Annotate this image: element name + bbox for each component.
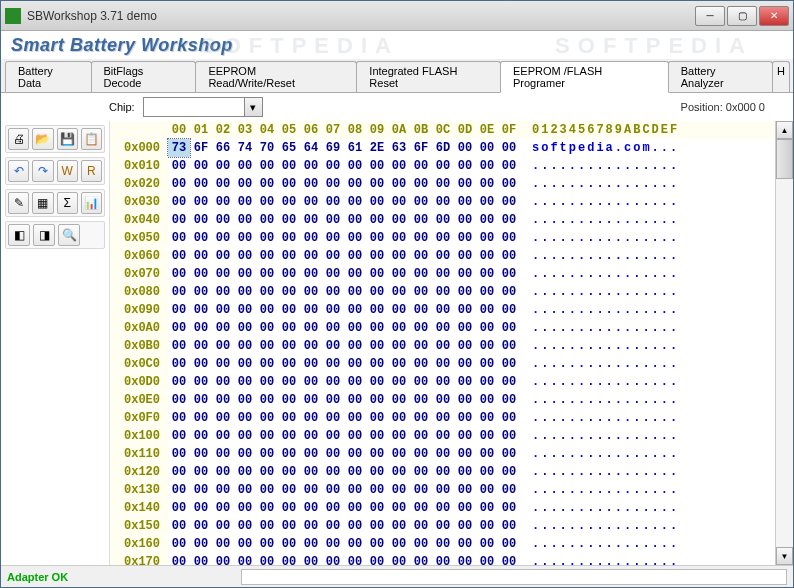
hex-byte[interactable]: 00 (234, 229, 256, 247)
hex-byte[interactable]: 00 (322, 193, 344, 211)
hex-byte[interactable]: 00 (410, 409, 432, 427)
hex-byte[interactable]: 00 (234, 157, 256, 175)
hex-byte[interactable]: 00 (344, 283, 366, 301)
hex-byte[interactable]: 00 (190, 265, 212, 283)
hex-byte[interactable]: 00 (300, 481, 322, 499)
hex-byte[interactable]: 00 (190, 373, 212, 391)
hex-byte[interactable]: 00 (476, 535, 498, 553)
tool-b-icon[interactable]: ◨ (33, 224, 55, 246)
hex-byte[interactable]: 00 (432, 157, 454, 175)
hex-byte[interactable]: 00 (322, 319, 344, 337)
sum-icon[interactable]: Σ (57, 192, 78, 214)
hex-byte[interactable]: 00 (278, 157, 300, 175)
hex-byte[interactable]: 00 (454, 265, 476, 283)
tab-battery-data[interactable]: Battery Data (5, 61, 92, 92)
hex-byte[interactable]: 00 (322, 409, 344, 427)
hex-byte[interactable]: 00 (322, 247, 344, 265)
hex-byte[interactable]: 00 (234, 247, 256, 265)
hex-byte[interactable]: 00 (190, 445, 212, 463)
hex-byte[interactable]: 00 (432, 427, 454, 445)
hex-byte[interactable]: 00 (476, 373, 498, 391)
hex-byte[interactable]: 00 (234, 283, 256, 301)
chip-dropdown[interactable]: ▾ (143, 97, 263, 117)
hex-byte[interactable]: 00 (388, 391, 410, 409)
hex-byte[interactable]: 00 (190, 229, 212, 247)
hex-byte[interactable]: 00 (344, 247, 366, 265)
hex-byte[interactable]: 00 (278, 409, 300, 427)
hex-byte[interactable]: 00 (256, 517, 278, 535)
hex-byte[interactable]: 00 (388, 283, 410, 301)
hex-byte[interactable]: 00 (278, 535, 300, 553)
hex-byte[interactable]: 00 (476, 229, 498, 247)
hex-byte[interactable]: 00 (366, 247, 388, 265)
hex-byte[interactable]: 00 (212, 265, 234, 283)
hex-byte[interactable]: 00 (168, 517, 190, 535)
hex-byte[interactable]: 00 (234, 337, 256, 355)
hex-byte[interactable]: 00 (498, 481, 520, 499)
hex-byte[interactable]: 00 (278, 391, 300, 409)
hex-byte[interactable]: 00 (190, 553, 212, 565)
hex-byte[interactable]: 00 (498, 337, 520, 355)
hex-byte[interactable]: 00 (212, 337, 234, 355)
hex-byte[interactable]: 00 (410, 553, 432, 565)
hex-byte[interactable]: 00 (190, 517, 212, 535)
hex-byte[interactable]: 00 (168, 283, 190, 301)
hex-byte[interactable]: 00 (168, 301, 190, 319)
hex-byte[interactable]: 00 (498, 553, 520, 565)
hex-byte[interactable]: 00 (410, 463, 432, 481)
hex-byte[interactable]: 00 (366, 427, 388, 445)
hex-byte[interactable]: 00 (278, 265, 300, 283)
hex-byte[interactable]: 00 (168, 157, 190, 175)
hex-byte[interactable]: 00 (388, 463, 410, 481)
hex-byte[interactable]: 00 (278, 481, 300, 499)
hex-byte[interactable]: 00 (278, 211, 300, 229)
hex-byte[interactable]: 00 (234, 391, 256, 409)
hex-byte[interactable]: 00 (454, 301, 476, 319)
hex-byte[interactable]: 00 (366, 535, 388, 553)
hex-byte[interactable]: 00 (322, 301, 344, 319)
hex-byte[interactable]: 00 (454, 175, 476, 193)
hex-byte[interactable]: 00 (498, 445, 520, 463)
hex-byte[interactable]: 00 (366, 517, 388, 535)
hex-byte[interactable]: 00 (300, 517, 322, 535)
hex-byte[interactable]: 00 (234, 193, 256, 211)
hex-byte[interactable]: 00 (388, 373, 410, 391)
hex-byte[interactable]: 00 (300, 553, 322, 565)
hex-byte[interactable]: 00 (454, 283, 476, 301)
hex-byte[interactable]: 00 (234, 463, 256, 481)
hex-byte[interactable]: 73 (168, 139, 190, 157)
hex-byte[interactable]: 00 (498, 211, 520, 229)
hex-byte[interactable]: 00 (234, 445, 256, 463)
hex-byte[interactable]: 00 (256, 391, 278, 409)
hex-byte[interactable]: 00 (344, 535, 366, 553)
hex-content[interactable]: 000102030405060708090A0B0C0D0E0F01234567… (110, 121, 775, 565)
hex-byte[interactable]: 00 (432, 337, 454, 355)
hex-byte[interactable]: 00 (432, 283, 454, 301)
hex-byte[interactable]: 00 (300, 283, 322, 301)
chevron-down-icon[interactable]: ▾ (244, 98, 262, 116)
hex-byte[interactable]: 00 (476, 499, 498, 517)
hex-byte[interactable]: 00 (344, 319, 366, 337)
hex-byte[interactable]: 00 (278, 193, 300, 211)
hex-byte[interactable]: 00 (432, 517, 454, 535)
search-icon[interactable]: 🔍 (58, 224, 80, 246)
hex-byte[interactable]: 00 (344, 265, 366, 283)
hex-byte[interactable]: 00 (212, 427, 234, 445)
hex-byte[interactable]: 00 (168, 463, 190, 481)
hex-byte[interactable]: 00 (256, 535, 278, 553)
hex-byte[interactable]: 00 (432, 445, 454, 463)
undo-icon[interactable]: ↶ (8, 160, 29, 182)
hex-byte[interactable]: 00 (498, 355, 520, 373)
hex-byte[interactable]: 00 (322, 391, 344, 409)
hex-byte[interactable]: 00 (168, 535, 190, 553)
hex-byte[interactable]: 00 (388, 247, 410, 265)
hex-byte[interactable]: 00 (322, 355, 344, 373)
hex-byte[interactable]: 00 (322, 229, 344, 247)
hex-byte[interactable]: 00 (212, 445, 234, 463)
hex-byte[interactable]: 00 (410, 499, 432, 517)
hex-byte[interactable]: 74 (234, 139, 256, 157)
hex-byte[interactable]: 00 (388, 517, 410, 535)
hex-byte[interactable]: 63 (388, 139, 410, 157)
hex-byte[interactable]: 00 (212, 283, 234, 301)
hex-byte[interactable]: 66 (212, 139, 234, 157)
